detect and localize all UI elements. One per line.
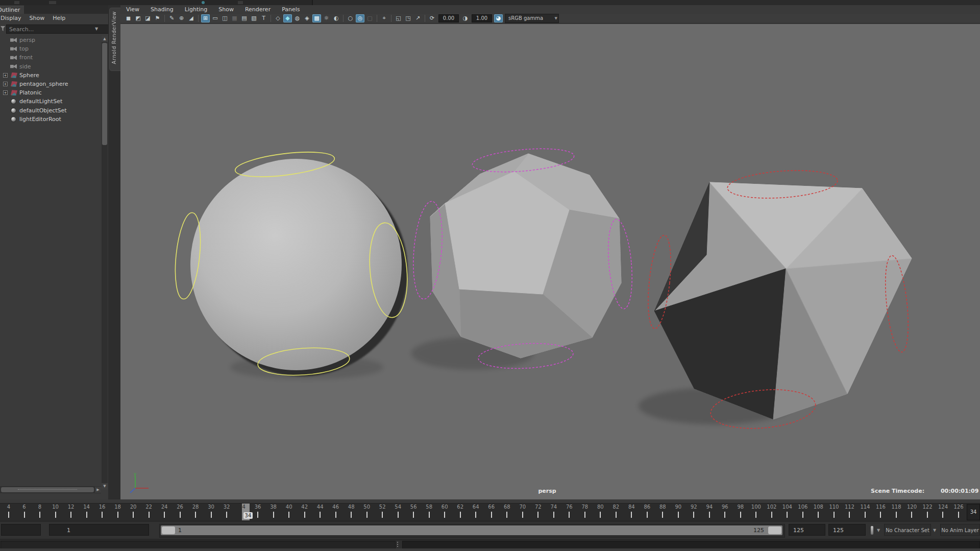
lights-icon[interactable]: ☼ bbox=[322, 14, 331, 22]
playback-end-field[interactable]: 125 bbox=[789, 524, 825, 536]
search-dropdown-icon[interactable]: ▼ bbox=[95, 27, 98, 31]
scroll-up-icon[interactable]: ▲ bbox=[102, 36, 108, 42]
animation-start-field[interactable] bbox=[1, 524, 41, 536]
ruler-frame-label: 88 bbox=[655, 504, 670, 510]
outliner-item-persp[interactable]: persp bbox=[0, 36, 101, 44]
command-line-splitter[interactable] bbox=[397, 542, 398, 547]
gate-mask-icon[interactable]: ▦ bbox=[230, 14, 239, 22]
contrast-icon[interactable]: ◑ bbox=[461, 14, 470, 22]
timecode-value: 00:00:01:09 bbox=[941, 488, 978, 494]
timeline-ruler[interactable]: 4681012141618202224262830323436384042444… bbox=[0, 504, 965, 520]
anim-layer-dropdown[interactable]: No Anim Layer bbox=[940, 524, 980, 536]
outliner-menu-show[interactable]: Show bbox=[26, 14, 49, 23]
ruler-frame-label: 50 bbox=[359, 504, 375, 510]
outliner-item-defaultObjectSet[interactable]: defaultObjectSet bbox=[0, 106, 101, 115]
viewport-menu-show[interactable]: Show bbox=[218, 5, 234, 14]
character-set-menu-icon[interactable]: ▼ bbox=[877, 528, 880, 533]
layer-copy-icon[interactable]: ◱ bbox=[394, 14, 403, 22]
command-line-input[interactable] bbox=[1, 541, 396, 549]
viewport-3d[interactable]: y persp Scene Timecode: 00:00:01:09 bbox=[120, 24, 980, 499]
wireframe-icon[interactable]: ◇ bbox=[274, 14, 282, 22]
smooth-shade-icon[interactable]: ◆ bbox=[283, 14, 292, 22]
playback-start-field[interactable]: 1 bbox=[49, 524, 149, 536]
viewport-menu-renderer[interactable]: Renderer bbox=[245, 5, 271, 14]
camera-attributes-icon[interactable]: ◪ bbox=[143, 14, 152, 22]
camera-icon[interactable]: ◼ bbox=[124, 14, 133, 22]
outliner-item-side[interactable]: side bbox=[0, 62, 101, 71]
outliner-menu-display[interactable]: Display bbox=[0, 14, 26, 23]
toolbar-separator bbox=[271, 15, 271, 22]
bookmark-icon[interactable]: ⚑ bbox=[153, 14, 162, 22]
color-management-icon[interactable]: ◕ bbox=[494, 14, 503, 22]
viewport-menu-view[interactable]: View bbox=[126, 5, 139, 14]
range-slider-track[interactable]: 1 125 bbox=[159, 524, 785, 538]
sculpt-icon[interactable]: ◢ bbox=[187, 14, 195, 22]
exposure-icon[interactable]: ⟳ bbox=[428, 14, 436, 22]
grid-icon[interactable]: ⊞ bbox=[201, 14, 210, 22]
safe-action-icon[interactable]: ▧ bbox=[250, 14, 258, 22]
character-set-dropdown[interactable]: No Character Set bbox=[884, 524, 931, 536]
occlusion-icon[interactable]: ○ bbox=[346, 14, 355, 22]
expand-icon[interactable]: + bbox=[3, 90, 8, 95]
scrollbar-thumb[interactable] bbox=[102, 43, 107, 145]
range-slider-bar[interactable]: 1 125 bbox=[161, 525, 782, 535]
ruler-frame-label: 98 bbox=[733, 504, 748, 510]
animation-end-field[interactable]: 125 bbox=[828, 524, 866, 536]
multisample-icon[interactable]: ▢ bbox=[365, 14, 374, 22]
outliner-vertical-scrollbar[interactable]: ▲ ▼ bbox=[102, 36, 108, 489]
motion-blur-icon[interactable]: ◎ bbox=[356, 14, 364, 22]
expand-icon[interactable]: + bbox=[3, 73, 8, 78]
ruler-frame-label: 52 bbox=[375, 504, 390, 510]
ruler-tick bbox=[709, 512, 710, 518]
layer-paste-icon[interactable]: ◳ bbox=[404, 14, 412, 22]
range-end-handle[interactable] bbox=[768, 526, 781, 534]
current-time-field[interactable]: 34 bbox=[967, 504, 980, 520]
outliner-item-Platonic[interactable]: +Platonic bbox=[0, 88, 101, 97]
expand-icon[interactable]: + bbox=[3, 82, 8, 86]
film-gate-icon[interactable]: ▭ bbox=[211, 14, 219, 22]
outliner-item-lightEditorRoot[interactable]: lightEditorRoot bbox=[0, 115, 101, 124]
dodecahedron-object[interactable] bbox=[430, 154, 621, 358]
camera-lock-icon[interactable]: ◩ bbox=[134, 14, 142, 22]
outliner-tab[interactable]: Outliner bbox=[0, 6, 24, 14]
pan-zoom-icon[interactable]: ↗ bbox=[413, 14, 422, 22]
outliner-menu-help[interactable]: Help bbox=[48, 14, 69, 23]
outliner-item-Sphere[interactable]: +Sphere bbox=[0, 71, 101, 80]
arnold-renderview-tab[interactable]: Arnold RenderView bbox=[109, 8, 120, 71]
edit-pivot-icon[interactable]: ⊕ bbox=[177, 14, 186, 22]
outliner-item-top[interactable]: top bbox=[0, 44, 101, 53]
viewport-menu-lighting[interactable]: Lighting bbox=[185, 5, 207, 14]
hud-icon[interactable]: T bbox=[259, 14, 268, 22]
textured-icon[interactable]: ◍ bbox=[293, 14, 302, 22]
exposure-field[interactable]: 0.00 bbox=[438, 14, 459, 22]
colorspace-select[interactable]: sRGB gamma▼ bbox=[505, 14, 559, 23]
camera-name-label: persp bbox=[532, 488, 562, 494]
ruler-frame-label: 90 bbox=[671, 504, 686, 510]
outliner-item-defaultLightSet[interactable]: defaultLightSet bbox=[0, 97, 101, 106]
outliner-item-pentagon_sphere[interactable]: +pentagon_sphere bbox=[0, 80, 101, 88]
set-key-icon[interactable] bbox=[871, 526, 873, 535]
resolution-gate-icon[interactable]: ◫ bbox=[220, 14, 229, 22]
anim-layer-menu-icon[interactable]: ▼ bbox=[933, 528, 936, 533]
ruler-tick bbox=[506, 512, 507, 518]
filter-icon[interactable] bbox=[1, 26, 5, 31]
gamma-field[interactable]: 1.00 bbox=[472, 14, 492, 22]
ruler-tick bbox=[288, 512, 289, 518]
scrollbar-thumb[interactable] bbox=[1, 487, 94, 492]
viewport-menu-panels[interactable]: Panels bbox=[282, 5, 300, 14]
range-start-handle[interactable] bbox=[162, 526, 175, 534]
wireframe-on-shaded-icon[interactable]: ◈ bbox=[303, 14, 311, 22]
scroll-right-icon[interactable]: ▶ bbox=[95, 487, 101, 493]
sphere-object[interactable] bbox=[190, 159, 408, 376]
field-chart-icon[interactable]: ▤ bbox=[240, 14, 249, 22]
scroll-down-icon[interactable]: ▼ bbox=[102, 483, 108, 489]
default-material-icon[interactable]: ▩ bbox=[312, 14, 321, 22]
viewport-menu-shading[interactable]: Shading bbox=[151, 5, 174, 14]
shadows-icon[interactable]: ◐ bbox=[332, 14, 340, 22]
top-shelf-strip bbox=[0, 0, 980, 5]
isolate-select-icon[interactable]: ⌖ bbox=[380, 14, 388, 22]
outliner-item-front[interactable]: front bbox=[0, 53, 101, 62]
ink-pen-icon[interactable]: ✎ bbox=[167, 14, 176, 22]
outliner-horizontal-scrollbar[interactable]: ▶ bbox=[0, 486, 101, 493]
icosahedron-object[interactable] bbox=[654, 182, 912, 419]
